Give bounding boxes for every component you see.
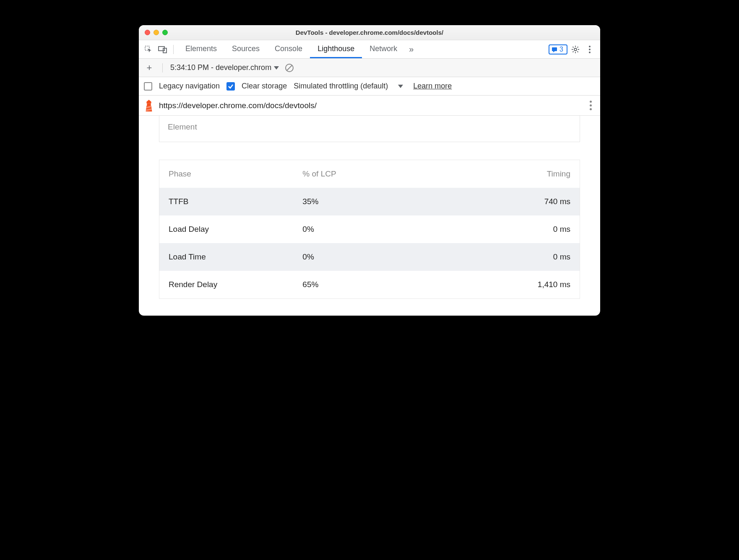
- cell-pct: 35%: [302, 197, 436, 206]
- clear-storage-label: Clear storage: [242, 82, 287, 91]
- devtools-window: DevTools - developer.chrome.com/docs/dev…: [139, 25, 600, 316]
- table-row: Render Delay 65% 1,410 ms: [159, 271, 580, 298]
- titlebar: DevTools - developer.chrome.com/docs/dev…: [139, 25, 600, 40]
- traffic-lights: [139, 30, 168, 35]
- chevron-down-icon: [274, 66, 279, 70]
- maximize-icon[interactable]: [162, 30, 168, 35]
- lighthouse-icon: [144, 100, 154, 111]
- report-url-row: https://developer.chrome.com/docs/devtoo…: [139, 96, 600, 116]
- report-content: Element Phase % of LCP Timing TTFB 35% 7…: [139, 116, 600, 316]
- more-tabs-icon[interactable]: »: [406, 44, 416, 54]
- cell-timing: 0 ms: [437, 252, 570, 262]
- col-timing-header: Timing: [437, 169, 570, 179]
- device-toolbar-icon[interactable]: [156, 43, 169, 56]
- inspect-icon[interactable]: [142, 43, 155, 56]
- cell-phase: TTFB: [169, 197, 302, 206]
- tab-strip: Elements Sources Console Lighthouse Netw…: [178, 40, 405, 58]
- cell-pct: 0%: [302, 225, 436, 234]
- main-toolbar: Elements Sources Console Lighthouse Netw…: [139, 40, 600, 59]
- report-label: 5:34:10 PM - developer.chrom: [170, 63, 271, 72]
- tab-console[interactable]: Console: [267, 40, 310, 58]
- issues-badge[interactable]: 3: [549, 44, 567, 54]
- table-row: Load Delay 0% 0 ms: [159, 215, 580, 243]
- element-label: Element: [168, 122, 197, 131]
- lcp-phase-table: Phase % of LCP Timing TTFB 35% 740 ms Lo…: [159, 160, 580, 299]
- cell-phase: Load Delay: [169, 225, 302, 234]
- tab-sources[interactable]: Sources: [224, 40, 267, 58]
- svg-point-7: [589, 52, 591, 53]
- cell-pct: 65%: [302, 280, 436, 289]
- cell-timing: 0 ms: [437, 225, 570, 234]
- cell-timing: 740 ms: [437, 197, 570, 206]
- svg-point-5: [589, 46, 591, 47]
- clear-storage-checkbox[interactable]: [226, 82, 235, 91]
- report-selector[interactable]: 5:34:10 PM - developer.chrom: [170, 63, 279, 72]
- svg-point-4: [574, 48, 577, 51]
- cell-phase: Render Delay: [169, 280, 302, 289]
- tab-elements[interactable]: Elements: [178, 40, 224, 58]
- cell-phase: Load Time: [169, 252, 302, 262]
- table-header-row: Phase % of LCP Timing: [159, 160, 580, 188]
- clear-icon[interactable]: [284, 62, 295, 73]
- col-pct-header: % of LCP: [302, 169, 436, 179]
- legacy-navigation-label: Legacy navigation: [159, 82, 220, 91]
- svg-rect-10: [147, 103, 151, 106]
- new-report-button[interactable]: +: [144, 62, 155, 73]
- svg-rect-3: [552, 47, 557, 51]
- tab-network[interactable]: Network: [362, 40, 405, 58]
- element-section: Element: [159, 116, 580, 142]
- table-row: TTFB 35% 740 ms: [159, 188, 580, 215]
- col-phase-header: Phase: [169, 169, 302, 179]
- report-menu-icon[interactable]: [588, 99, 593, 112]
- throttling-label: Simulated throttling (default): [294, 82, 388, 91]
- svg-point-6: [589, 49, 591, 50]
- divider: [173, 45, 174, 54]
- window-title: DevTools - developer.chrome.com/docs/dev…: [139, 29, 600, 36]
- table-row: Load Time 0% 0 ms: [159, 243, 580, 271]
- svg-line-9: [287, 65, 292, 70]
- divider: [162, 63, 163, 73]
- throttling-dropdown-icon[interactable]: [398, 85, 403, 88]
- lighthouse-options: Legacy navigation Clear storage Simulate…: [139, 77, 600, 96]
- learn-more-link[interactable]: Learn more: [413, 82, 452, 91]
- minimize-icon[interactable]: [154, 30, 159, 35]
- lighthouse-toolbar: + 5:34:10 PM - developer.chrom: [139, 59, 600, 77]
- cell-pct: 0%: [302, 252, 436, 262]
- close-icon[interactable]: [145, 30, 150, 35]
- gear-icon[interactable]: [569, 43, 582, 56]
- legacy-navigation-checkbox[interactable]: [144, 82, 152, 91]
- tab-lighthouse[interactable]: Lighthouse: [310, 40, 362, 58]
- kebab-menu-icon[interactable]: [583, 43, 596, 56]
- cell-timing: 1,410 ms: [437, 280, 570, 289]
- report-url: https://developer.chrome.com/docs/devtoo…: [159, 101, 583, 110]
- issues-count: 3: [559, 46, 563, 53]
